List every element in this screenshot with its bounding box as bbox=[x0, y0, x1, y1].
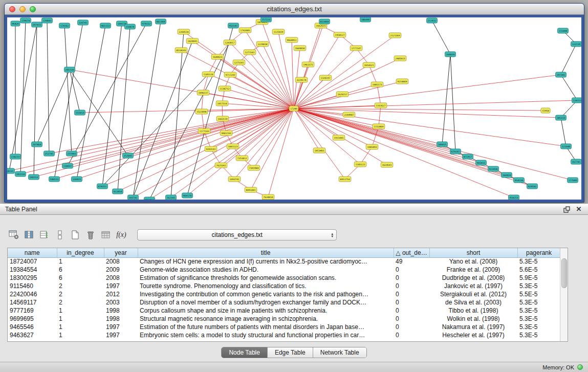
network-node[interactable]: 7253412 bbox=[236, 156, 248, 161]
network-node[interactable]: 1177143 bbox=[198, 128, 210, 134]
network-node[interactable]: 177040 bbox=[568, 178, 578, 183]
column-header-name[interactable]: name bbox=[8, 248, 57, 257]
network-node[interactable]: 118213 bbox=[10, 154, 21, 159]
network-node[interactable]: 155013 bbox=[75, 110, 85, 115]
cell-title[interactable]: Embryonic stem cells: a model to study s… bbox=[138, 331, 394, 339]
network-node[interactable]: 1669050 bbox=[294, 46, 306, 51]
cell-name[interactable]: 9115460 bbox=[8, 282, 57, 290]
network-edge[interactable] bbox=[47, 20, 49, 154]
cell-year[interactable]: 2012 bbox=[104, 290, 138, 298]
network-node[interactable]: 1777147 bbox=[350, 46, 362, 51]
network-node[interactable]: 1626157 bbox=[336, 92, 349, 97]
scrollbar-thumb[interactable] bbox=[561, 258, 567, 288]
cell-out_degree[interactable]: 0 bbox=[394, 315, 429, 323]
cell-short[interactable]: Nakamura et al. (1997) bbox=[429, 323, 517, 331]
network-edge[interactable] bbox=[294, 100, 577, 108]
network-node[interactable]: 590513 bbox=[49, 177, 60, 182]
network-node[interactable]: 954134 bbox=[514, 178, 525, 183]
cell-name[interactable]: 9463627 bbox=[8, 331, 57, 339]
column-chooser-icon[interactable] bbox=[23, 229, 36, 241]
tab-network-table[interactable]: Network Table bbox=[313, 347, 366, 358]
cell-out_degree[interactable]: 0 bbox=[394, 298, 429, 307]
network-edge[interactable] bbox=[294, 108, 566, 146]
network-edge[interactable] bbox=[292, 40, 294, 108]
network-node[interactable]: 1420041 bbox=[186, 38, 199, 43]
network-node[interactable]: 7634410 bbox=[262, 194, 274, 200]
new-table-icon[interactable] bbox=[69, 229, 82, 241]
network-node[interactable]: 186490 bbox=[360, 17, 371, 22]
network-edge[interactable] bbox=[294, 65, 369, 108]
cell-year[interactable]: 2008 bbox=[104, 257, 138, 266]
cell-pagerank[interactable]: 5.5E-5 bbox=[517, 290, 560, 298]
network-edge[interactable] bbox=[278, 32, 294, 108]
network-node[interactable]: 9154469 bbox=[396, 79, 408, 84]
table-row[interactable]: 946362711997Embryonic stem cells: a mode… bbox=[8, 331, 560, 339]
cell-out_degree[interactable]: 0 bbox=[394, 307, 429, 315]
network-edge[interactable] bbox=[294, 108, 573, 180]
network-node[interactable]: 207464 bbox=[32, 142, 42, 147]
network-edge[interactable] bbox=[239, 62, 294, 108]
network-node[interactable]: 1153469 bbox=[373, 124, 385, 129]
table-selector-dropdown[interactable]: citations_edges.txt ▴▾ bbox=[137, 229, 337, 240]
cell-short[interactable]: Jankovic et al. (1997) bbox=[429, 282, 517, 290]
network-edge[interactable] bbox=[377, 84, 381, 105]
network-edge[interactable] bbox=[202, 93, 203, 112]
table-settings-icon[interactable] bbox=[7, 229, 20, 241]
network-edge[interactable] bbox=[561, 44, 576, 75]
network-node[interactable]: 122139 bbox=[571, 41, 581, 47]
cell-title[interactable]: Changes of HCN gene expression and I(f) … bbox=[138, 257, 394, 266]
network-node[interactable]: 1742085 bbox=[239, 28, 251, 33]
network-node[interactable]: 103741 bbox=[128, 195, 139, 200]
cell-short[interactable]: Wolkin et al. (1998) bbox=[429, 315, 517, 323]
network-edge[interactable] bbox=[294, 108, 481, 163]
cell-title[interactable]: Tourette syndrome. Phenomenology and cla… bbox=[138, 282, 394, 290]
column-header-year[interactable]: year bbox=[104, 248, 138, 257]
network-node[interactable]: 953141 bbox=[228, 23, 239, 28]
network-node[interactable]: 590153 bbox=[29, 174, 39, 180]
network-node[interactable]: 1453465 bbox=[313, 148, 325, 153]
cell-in_degree[interactable]: 1 bbox=[57, 315, 104, 323]
network-node[interactable]: 1085173 bbox=[371, 82, 383, 87]
cell-year[interactable]: 1998 bbox=[104, 307, 138, 315]
network-node[interactable]: 1093741 bbox=[228, 177, 241, 182]
cell-year[interactable]: 1997 bbox=[104, 323, 138, 331]
network-edge[interactable] bbox=[187, 108, 294, 195]
delete-table-icon[interactable] bbox=[84, 229, 97, 241]
network-node[interactable]: 157223 bbox=[261, 17, 272, 22]
cell-in_degree[interactable]: 2 bbox=[57, 282, 104, 290]
network-node[interactable]: 7301984 bbox=[248, 165, 260, 170]
cell-name[interactable]: 22420046 bbox=[8, 290, 57, 298]
network-edge[interactable] bbox=[450, 54, 455, 151]
cell-year[interactable]: 2003 bbox=[104, 298, 138, 307]
network-node[interactable]: 974152 bbox=[141, 21, 152, 26]
network-node[interactable]: 1523098 bbox=[195, 109, 208, 114]
cell-name[interactable]: 18300295 bbox=[8, 274, 57, 282]
network-node[interactable]: 120741 bbox=[78, 20, 89, 25]
cell-out_degree[interactable]: 0 bbox=[394, 274, 429, 282]
cell-name[interactable]: 9699695 bbox=[8, 315, 57, 323]
network-node[interactable]: 252605 bbox=[123, 153, 134, 158]
table-row[interactable]: 946554611997Estimation of the future num… bbox=[8, 323, 560, 331]
network-edge[interactable] bbox=[149, 108, 294, 200]
network-node[interactable]: 205134 bbox=[64, 67, 75, 72]
network-node[interactable]: 174162 bbox=[59, 23, 70, 28]
cell-in_degree[interactable]: 2 bbox=[57, 290, 104, 298]
network-svg[interactable]: 1724018510231742085120301716400231185120… bbox=[7, 17, 581, 200]
cell-out_degree[interactable]: 49 bbox=[394, 257, 429, 266]
table-row[interactable]: 1830029562008Estimation of significance … bbox=[8, 274, 560, 282]
network-node[interactable]: 2204987 bbox=[343, 112, 355, 117]
cell-short[interactable]: Franke et al. (2009) bbox=[429, 266, 517, 274]
network-node[interactable]: 2260518 bbox=[178, 29, 190, 34]
network-node[interactable]: 9203141 bbox=[205, 146, 217, 151]
cell-name[interactable]: 9777169 bbox=[8, 307, 57, 315]
network-node[interactable]: 170674 bbox=[20, 18, 31, 23]
cell-short[interactable]: Stergiakouli et al. (2012) bbox=[429, 290, 517, 298]
function-builder-icon[interactable]: f(x) bbox=[115, 229, 128, 241]
network-node[interactable]: 918253 bbox=[509, 195, 519, 200]
cell-year[interactable]: 1997 bbox=[104, 282, 138, 290]
table-row[interactable]: 2242004622012Investigating the contribut… bbox=[8, 290, 560, 298]
column-header-in_degree[interactable]: in_degree bbox=[57, 248, 104, 257]
network-node[interactable]: 813404 bbox=[319, 19, 330, 24]
network-edge[interactable] bbox=[184, 32, 294, 108]
network-edge[interactable] bbox=[294, 80, 301, 108]
